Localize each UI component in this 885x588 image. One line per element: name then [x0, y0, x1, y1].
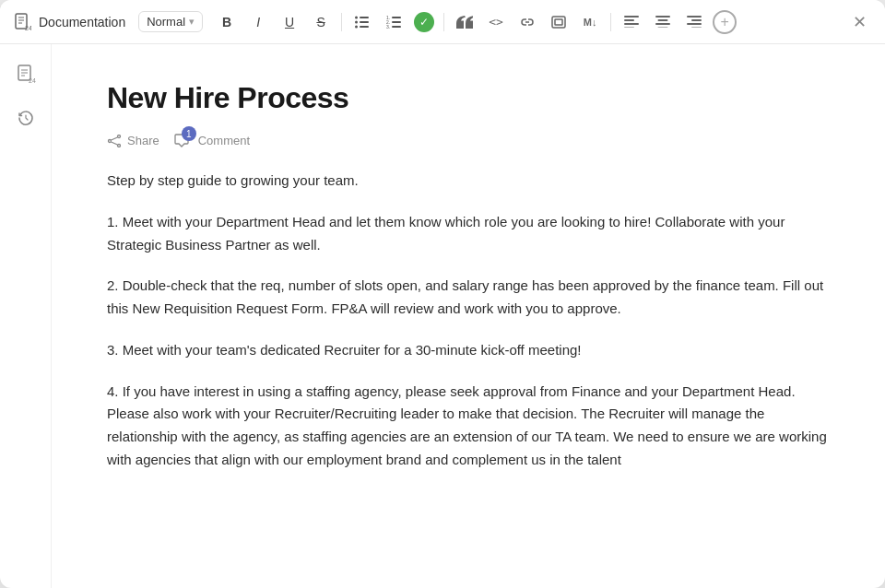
quote-button[interactable]	[452, 9, 478, 35]
svg-rect-26	[658, 27, 668, 28]
svg-point-38	[109, 139, 112, 142]
svg-text:24: 24	[25, 25, 31, 31]
app-window: 24 Documentation Normal ▾ B I U S 1.	[0, 0, 885, 588]
italic-button[interactable]: I	[245, 9, 271, 35]
svg-text:24: 24	[29, 77, 36, 84]
toolbar-divider-1	[341, 13, 342, 31]
svg-rect-24	[658, 19, 668, 21]
strikethrough-button[interactable]: S	[308, 9, 334, 35]
comment-button[interactable]: 1 Comment	[174, 134, 250, 147]
svg-rect-30	[691, 27, 702, 28]
paragraph-step3: 3. Meet with your team's dedicated Recru…	[107, 339, 830, 362]
markdown-button[interactable]: M↓	[577, 9, 603, 35]
body-area: 24 New Hire Process	[0, 44, 885, 588]
comment-badge: 1	[182, 126, 196, 141]
svg-point-37	[118, 144, 121, 147]
svg-rect-22	[624, 27, 634, 28]
svg-rect-18	[555, 19, 562, 25]
toolbar-doc-title: Documentation	[39, 15, 125, 29]
close-button[interactable]: ✕	[846, 9, 872, 35]
svg-rect-19	[624, 16, 639, 18]
toolbar-divider-3	[610, 13, 611, 31]
svg-line-40	[112, 142, 118, 145]
document-actions: Share 1 Comment	[107, 134, 830, 147]
style-selector[interactable]: Normal ▾	[138, 11, 203, 32]
style-label: Normal	[147, 15, 185, 29]
chevron-down-icon: ▾	[189, 16, 195, 28]
sidebar-history-icon[interactable]	[11, 103, 41, 133]
svg-rect-25	[655, 23, 670, 25]
svg-point-6	[355, 20, 358, 23]
svg-rect-15	[392, 21, 401, 23]
document-title: New Hire Process	[107, 81, 830, 115]
paragraph-step2: 2. Double-check that the req, number of …	[107, 275, 830, 321]
toolbar-divider-2	[443, 13, 444, 31]
document-content: New Hire Process Share	[52, 44, 885, 588]
check-icon: ✓	[414, 12, 434, 32]
bold-button[interactable]: B	[214, 9, 240, 35]
svg-rect-8	[360, 17, 369, 18]
toolbar: 24 Documentation Normal ▾ B I U S 1.	[0, 0, 885, 44]
svg-point-7	[355, 25, 358, 28]
embed-button[interactable]	[546, 9, 572, 35]
svg-text:3.: 3.	[386, 24, 390, 29]
paragraph-intro: Step by step guide to growing your team.	[107, 170, 830, 193]
document-body: Step by step guide to growing your team.…	[107, 170, 830, 472]
svg-rect-9	[360, 21, 369, 23]
code-button[interactable]: <>	[483, 9, 509, 35]
doc-icon: 24	[13, 13, 31, 31]
svg-rect-27	[687, 16, 702, 18]
svg-rect-20	[624, 19, 634, 21]
numbered-list-button[interactable]: 1. 2. 3.	[381, 9, 407, 35]
align-right-button[interactable]	[681, 9, 707, 35]
sidebar-doc-icon[interactable]: 24	[11, 59, 41, 88]
sidebar: 24	[0, 44, 52, 588]
svg-rect-23	[655, 16, 670, 18]
svg-line-39	[112, 137, 118, 140]
paragraph-step1: 1. Meet with your Department Head and le…	[107, 211, 830, 257]
svg-point-36	[118, 135, 121, 137]
svg-rect-28	[691, 19, 702, 21]
svg-rect-17	[552, 17, 565, 28]
svg-rect-14	[392, 17, 401, 18]
svg-point-5	[355, 16, 358, 18]
align-left-button[interactable]	[619, 9, 644, 35]
align-center-button[interactable]	[650, 9, 676, 35]
underline-button[interactable]: U	[277, 9, 302, 35]
svg-rect-21	[624, 23, 639, 25]
svg-rect-16	[392, 26, 401, 28]
add-icon[interactable]: +	[713, 10, 737, 34]
svg-rect-10	[360, 26, 369, 28]
svg-rect-29	[687, 23, 702, 25]
share-button[interactable]: Share	[107, 134, 159, 147]
bullet-list-button[interactable]	[349, 9, 375, 35]
link-button[interactable]	[514, 9, 540, 35]
paragraph-step4: 4. If you have interest in using a staff…	[107, 381, 830, 472]
